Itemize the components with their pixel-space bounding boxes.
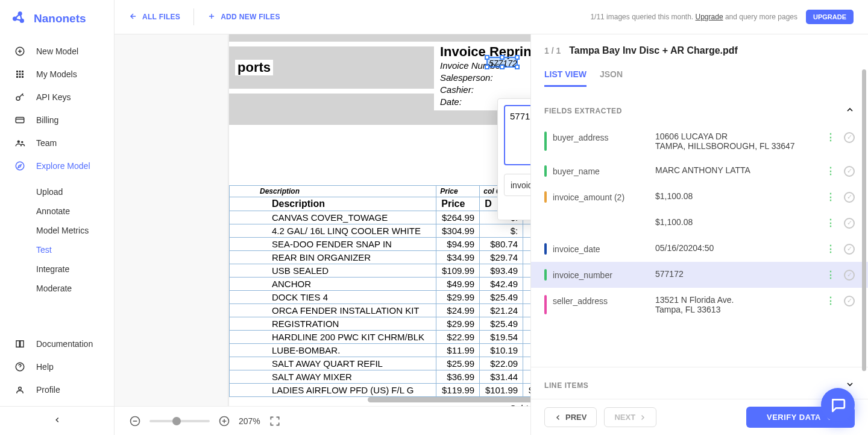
field-color-bar — [544, 269, 547, 281]
annotation-field-select[interactable]: invoice_number — [504, 174, 530, 196]
fullscreen-button[interactable] — [269, 415, 281, 427]
th-desc-small: Description — [230, 186, 436, 197]
nav-billing[interactable]: Billing — [0, 109, 114, 132]
field-approve-button[interactable]: ✓ — [844, 244, 855, 255]
svg-rect-8 — [19, 74, 21, 75]
nav-explore-model[interactable]: Explore Model — [0, 154, 114, 177]
line-items-heading: LINE ITEMS — [544, 381, 588, 390]
prev-button[interactable]: PREV — [544, 407, 597, 427]
nav-team[interactable]: Team — [0, 132, 114, 154]
explore-icon — [14, 160, 25, 171]
help-icon — [14, 361, 25, 372]
viewer-horizontal-scrollbar[interactable] — [368, 397, 530, 402]
field-value: 05/16/20204:50 — [655, 243, 820, 253]
svg-rect-11 — [19, 76, 21, 78]
subnav-moderate[interactable]: Moderate — [36, 279, 114, 298]
field-row[interactable]: $1,100.08⋮✓ — [531, 210, 868, 236]
field-approve-button[interactable]: ✓ — [844, 192, 855, 203]
field-menu-button[interactable]: ⋮ — [826, 191, 835, 203]
all-files-button[interactable]: ALL FILES — [129, 12, 180, 22]
annotation-value-input[interactable] — [504, 105, 530, 165]
upgrade-button[interactable]: UPGRADE — [806, 10, 854, 24]
zoom-out-button[interactable] — [129, 415, 141, 427]
zoom-slider[interactable] — [149, 420, 210, 422]
field-value: 577172 — [655, 269, 820, 279]
next-button[interactable]: NEXT — [604, 407, 656, 427]
fields-list: buyer_address10606 LUCAYA DR TAMPA, HILL… — [531, 124, 868, 367]
field-row[interactable]: buyer_nameMARC ANTHONY LATTA⋮✓ — [531, 158, 868, 184]
field-approve-button[interactable]: ✓ — [844, 270, 855, 281]
svg-point-13 — [16, 97, 20, 100]
subnav-model-metrics[interactable]: Model Metrics — [36, 221, 114, 240]
svg-rect-12 — [22, 76, 24, 78]
svg-rect-14 — [16, 118, 24, 123]
subnav-integrate[interactable]: Integrate — [36, 259, 114, 279]
field-menu-button[interactable]: ⋮ — [826, 243, 835, 255]
add-new-label: ADD NEW FILES — [221, 13, 280, 21]
field-row[interactable]: invoice_number577172⋮✓ — [531, 262, 868, 288]
results-panel: 1 / 1 Tampa Bay Inv Disc + AR Charge.pdf… — [530, 34, 868, 435]
nav-label: My Models — [36, 69, 77, 79]
nav-label: Help — [36, 362, 54, 372]
brand[interactable]: Nanonets — [0, 0, 114, 35]
document-page[interactable]: ports Invoice Reprint Invoice Number: — [229, 34, 530, 406]
table-row: SALT AWAY MIXER$36.99$31.44$31.44 — [230, 370, 531, 384]
field-row[interactable]: buyer_address10606 LUCAYA DR TAMPA, HILL… — [531, 124, 868, 158]
field-approve-button[interactable]: ✓ — [844, 132, 855, 143]
subnav-annotate[interactable]: Annotate — [36, 202, 114, 221]
nav-documentation[interactable]: Documentation — [0, 332, 114, 355]
nav-new-model[interactable]: New Model — [0, 40, 114, 63]
panel-document-title: Tampa Bay Inv Disc + AR Charge.pdf — [569, 45, 738, 56]
field-color-bar — [544, 165, 547, 177]
doc-label-cashier: Cashier: — [440, 84, 530, 96]
field-menu-button[interactable]: ⋮ — [826, 165, 835, 177]
fields-extracted-collapse-button[interactable] — [845, 105, 855, 117]
brand-name: Nanonets — [34, 12, 86, 25]
field-name: invoice_number — [553, 269, 649, 280]
zoom-slider-thumb[interactable] — [172, 417, 181, 425]
annotation-bbox-invoice-number[interactable]: 577172 — [486, 57, 518, 68]
nav-label: Explore Model — [36, 161, 90, 171]
table-row: REGISTRATION$29.99$25.49$25.49SDWALL — [230, 317, 531, 331]
nav-my-models[interactable]: My Models — [0, 63, 114, 86]
table-row: SALT AWAY QUART REFIL$25.99$22.09$22.09 — [230, 357, 531, 370]
chat-widget-button[interactable] — [821, 388, 855, 422]
field-approve-button[interactable]: ✓ — [844, 166, 855, 177]
field-row[interactable]: seller_address13521 N Florida Ave. Tampa… — [531, 288, 868, 322]
quota-text: 1/11 images queried this month. Upgrade … — [590, 13, 797, 21]
field-value: 10606 LUCAYA DR TAMPA, HILLSBOROUGH, FL … — [655, 132, 820, 151]
nav-api-keys[interactable]: API Keys — [0, 86, 114, 109]
zoom-percent: 207% — [239, 416, 260, 426]
add-new-files-button[interactable]: ADD NEW FILES — [207, 12, 280, 22]
panel-page-indicator: 1 / 1 — [544, 46, 561, 56]
table-row: USB SEALED$109.99$93.49$93.49SDPWC-3-C — [230, 264, 531, 278]
th-description: Description — [230, 197, 436, 211]
field-approve-button[interactable]: ✓ — [844, 218, 855, 229]
tab-list-view[interactable]: LIST VIEW — [544, 69, 587, 87]
field-menu-button[interactable]: ⋮ — [826, 295, 835, 306]
field-approve-button[interactable]: ✓ — [844, 296, 855, 306]
tab-json[interactable]: JSON — [600, 69, 623, 87]
zoom-in-button[interactable] — [218, 415, 230, 427]
doc-label-salesperson: Salesperson: — [440, 72, 530, 84]
subnav-test[interactable]: Test — [36, 240, 114, 259]
svg-point-16 — [21, 141, 23, 143]
chevron-left-icon — [53, 416, 61, 427]
quota-upgrade-link[interactable]: Upgrade — [696, 13, 723, 21]
grid-icon — [14, 69, 25, 80]
field-row[interactable]: invoice_date05/16/20204:50⋮✓ — [531, 236, 868, 262]
nav-profile[interactable]: Profile — [0, 378, 114, 401]
brand-logo-icon — [11, 10, 27, 28]
all-files-label: ALL FILES — [142, 13, 180, 21]
sidebar-collapse-button[interactable] — [0, 406, 114, 435]
nav-help[interactable]: Help — [0, 355, 114, 378]
svg-rect-7 — [16, 74, 18, 75]
table-row: HARDLINE 200 PWC KIT CHRM/BLK$22.99$19.5… — [230, 331, 531, 344]
subnav-upload[interactable]: Upload — [36, 182, 114, 202]
table-row: SEA-DOO FENDER SNAP IN$94.99$80.74$80.74… — [230, 238, 531, 251]
field-menu-button[interactable]: ⋮ — [826, 269, 835, 281]
field-menu-button[interactable]: ⋮ — [826, 132, 835, 143]
field-menu-button[interactable]: ⋮ — [826, 217, 835, 229]
field-row[interactable]: invoice_amount (2)$1,100.08⋮✓ — [531, 184, 868, 210]
subnav: Upload Annotate Model Metrics Test Integ… — [0, 182, 114, 298]
